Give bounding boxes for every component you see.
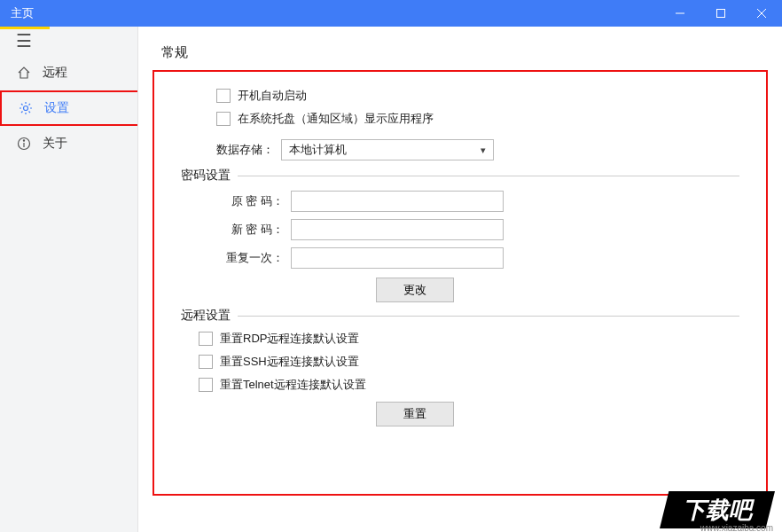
minimize-button[interactable] bbox=[660, 0, 700, 27]
sidebar-item-settings[interactable]: 设置 bbox=[0, 90, 137, 126]
autostart-checkbox[interactable] bbox=[216, 89, 231, 103]
repeat-password-input[interactable] bbox=[291, 247, 504, 269]
watermark-url: www.xiazaiba.com bbox=[700, 523, 773, 532]
tab-indicator bbox=[0, 27, 50, 29]
reset-rdp-label: 重置RDP远程连接默认设置 bbox=[220, 331, 359, 347]
reset-rdp-row: 重置RDP远程连接默认设置 bbox=[199, 331, 739, 347]
change-password-button[interactable]: 更改 bbox=[376, 278, 454, 302]
sidebar-item-label: 设置 bbox=[44, 100, 69, 116]
tray-checkbox[interactable] bbox=[216, 112, 231, 126]
reset-button[interactable]: 重置 bbox=[376, 402, 454, 426]
reset-ssh-checkbox[interactable] bbox=[199, 355, 213, 369]
new-password-input[interactable] bbox=[291, 219, 504, 240]
maximize-button[interactable] bbox=[700, 0, 741, 27]
reset-telnet-label: 重置Telnet远程连接默认设置 bbox=[220, 377, 366, 393]
titlebar: 主页 bbox=[0, 0, 782, 27]
repeat-password-label: 重复一次： bbox=[216, 250, 284, 266]
storage-value: 本地计算机 bbox=[289, 142, 347, 158]
chevron-down-icon: ▾ bbox=[481, 145, 486, 156]
storage-label: 数据存储： bbox=[216, 142, 274, 158]
old-password-label: 原 密 码： bbox=[216, 193, 284, 209]
storage-select[interactable]: 本地计算机 ▾ bbox=[281, 139, 494, 160]
svg-point-4 bbox=[24, 106, 28, 111]
autostart-label: 开机自动启动 bbox=[238, 88, 307, 104]
gear-icon bbox=[18, 101, 34, 115]
tray-label: 在系统托盘（通知区域）显示应用程序 bbox=[238, 111, 434, 127]
sidebar-item-label: 关于 bbox=[43, 136, 67, 152]
sidebar-item-label: 远程 bbox=[43, 65, 67, 81]
old-password-row: 原 密 码： bbox=[216, 191, 739, 212]
page-heading: 常规 bbox=[161, 44, 768, 61]
section-remote: 远程设置 bbox=[181, 308, 739, 324]
main-panel: 常规 开机自动启动 在系统托盘（通知区域）显示应用程序 数据存储： 本地计算机 … bbox=[138, 27, 782, 532]
autostart-row: 开机自动启动 bbox=[216, 88, 739, 104]
storage-row: 数据存储： 本地计算机 ▾ bbox=[216, 139, 739, 160]
new-password-label: 新 密 码： bbox=[216, 222, 284, 238]
reset-rdp-checkbox[interactable] bbox=[199, 332, 213, 346]
home-icon bbox=[16, 66, 32, 80]
section-password: 密码设置 bbox=[181, 168, 739, 184]
new-password-row: 新 密 码： bbox=[216, 219, 739, 240]
repeat-password-row: 重复一次： bbox=[216, 247, 739, 269]
reset-telnet-row: 重置Telnet远程连接默认设置 bbox=[199, 377, 739, 393]
sidebar: ☰ 远程 设置 关于 bbox=[0, 27, 138, 532]
sidebar-item-remote[interactable]: 远程 bbox=[0, 55, 137, 90]
reset-telnet-checkbox[interactable] bbox=[199, 378, 213, 392]
svg-point-7 bbox=[23, 140, 24, 141]
sidebar-item-about[interactable]: 关于 bbox=[0, 126, 137, 161]
reset-ssh-label: 重置SSH远程连接默认设置 bbox=[220, 354, 359, 370]
svg-rect-1 bbox=[717, 10, 725, 18]
menu-toggle[interactable]: ☰ bbox=[0, 27, 137, 55]
close-button[interactable] bbox=[741, 0, 782, 27]
info-icon bbox=[16, 137, 32, 151]
window-title: 主页 bbox=[11, 5, 34, 21]
tray-row: 在系统托盘（通知区域）显示应用程序 bbox=[216, 111, 739, 127]
old-password-input[interactable] bbox=[291, 191, 504, 212]
settings-highlight-box: 开机自动启动 在系统托盘（通知区域）显示应用程序 数据存储： 本地计算机 ▾ 密… bbox=[152, 70, 768, 496]
reset-ssh-row: 重置SSH远程连接默认设置 bbox=[199, 354, 739, 370]
